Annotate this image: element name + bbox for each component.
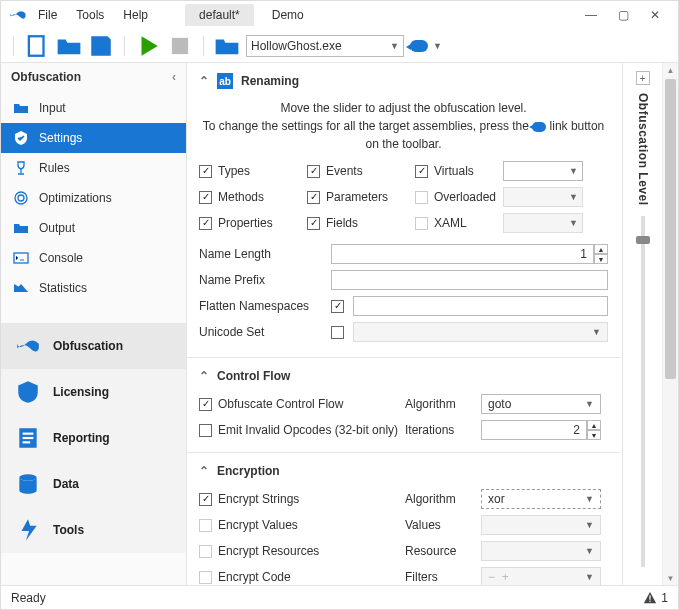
ck-emit-invalid[interactable]: Emit Invalid Opcodes (32-bit only) bbox=[199, 423, 399, 437]
name-length-label: Name Length bbox=[199, 247, 327, 261]
enc-values-select: ▼ bbox=[481, 515, 601, 535]
enc-algorithm-label: Algorithm bbox=[405, 492, 475, 506]
window-close[interactable]: ✕ bbox=[640, 4, 670, 26]
save-button[interactable] bbox=[88, 33, 114, 59]
ck-encrypt-resources[interactable]: Encrypt Resources bbox=[199, 544, 399, 558]
dropdown-icon: ▼ bbox=[433, 41, 442, 51]
enc-algorithm-select[interactable]: xor▼ bbox=[481, 489, 601, 509]
renaming-header[interactable]: ⌃ ab Renaming bbox=[199, 69, 608, 93]
nav-rules[interactable]: Rules bbox=[1, 153, 186, 183]
xaml-select: ▼ bbox=[503, 213, 583, 233]
feature-obfuscation[interactable]: Obfuscation bbox=[1, 323, 186, 369]
unicode-select: ▼ bbox=[353, 322, 608, 342]
tools-icon bbox=[15, 517, 41, 543]
output-icon bbox=[13, 220, 29, 236]
ck-encrypt-code[interactable]: Encrypt Code bbox=[199, 570, 399, 584]
menu-tools[interactable]: Tools bbox=[68, 4, 112, 26]
obfuscation-icon bbox=[15, 333, 41, 359]
link-icon bbox=[532, 122, 546, 132]
assembly-selector[interactable]: HollowGhost.exe ▼ bbox=[246, 35, 404, 57]
ck-methods[interactable]: Methods bbox=[199, 190, 307, 204]
ck-obf-flow[interactable]: Obfuscate Control Flow bbox=[199, 397, 399, 411]
slider-plus[interactable]: + bbox=[636, 71, 650, 85]
expand-icon: ⌃ bbox=[199, 369, 209, 383]
iterations-input[interactable]: 2 ▲▼ bbox=[481, 420, 601, 440]
svg-rect-7 bbox=[23, 437, 34, 439]
menu-help[interactable]: Help bbox=[115, 4, 156, 26]
tab-demo[interactable]: Demo bbox=[258, 4, 318, 26]
ck-xaml[interactable]: XAML bbox=[415, 216, 503, 230]
window-minimize[interactable]: — bbox=[576, 4, 606, 26]
feature-tools[interactable]: Tools bbox=[1, 507, 186, 553]
stop-button[interactable] bbox=[167, 33, 193, 59]
scroll-thumb[interactable] bbox=[665, 79, 676, 379]
open-button[interactable] bbox=[56, 33, 82, 59]
feature-reporting[interactable]: Reporting bbox=[1, 415, 186, 461]
nav-statistics[interactable]: Statistics bbox=[1, 273, 186, 303]
ck-flatten[interactable] bbox=[331, 300, 349, 313]
settings-icon bbox=[13, 130, 29, 146]
app-logo bbox=[9, 6, 27, 24]
iterations-label: Iterations bbox=[405, 423, 475, 437]
ck-overloaded[interactable]: Overloaded bbox=[415, 190, 503, 204]
assembly-name: HollowGhost.exe bbox=[251, 39, 342, 53]
rules-icon bbox=[13, 160, 29, 176]
link-all-button[interactable]: ▼ bbox=[410, 40, 442, 52]
new-button[interactable] bbox=[24, 33, 50, 59]
spin-up[interactable]: ▲ bbox=[594, 244, 608, 254]
svg-rect-10 bbox=[650, 595, 651, 599]
nav-optimizations[interactable]: Optimizations bbox=[1, 183, 186, 213]
ck-types[interactable]: Types bbox=[199, 164, 307, 178]
nav-console[interactable]: Console bbox=[1, 243, 186, 273]
svg-rect-11 bbox=[650, 600, 651, 601]
enc-filters-select: − +▼ bbox=[481, 567, 601, 585]
ck-events[interactable]: Events bbox=[307, 164, 415, 178]
menu-file[interactable]: File bbox=[30, 4, 65, 26]
controlflow-header[interactable]: ⌃ Control Flow bbox=[199, 364, 608, 388]
data-icon bbox=[15, 471, 41, 497]
scroll-down[interactable]: ▼ bbox=[663, 571, 678, 585]
tab-default[interactable]: default* bbox=[185, 4, 254, 26]
ck-properties[interactable]: Properties bbox=[199, 216, 307, 230]
reporting-icon bbox=[15, 425, 41, 451]
scroll-up[interactable]: ▲ bbox=[663, 63, 678, 77]
obfuscation-slider[interactable] bbox=[641, 216, 645, 567]
virtuals-select[interactable]: ▼ bbox=[503, 161, 583, 181]
window-maximize[interactable]: ▢ bbox=[608, 4, 638, 26]
ck-fields[interactable]: Fields bbox=[307, 216, 415, 230]
ck-virtuals[interactable]: Virtuals bbox=[415, 164, 503, 178]
run-button[interactable] bbox=[135, 33, 161, 59]
collapse-icon[interactable]: ‹ bbox=[172, 70, 176, 84]
enc-values-label: Values bbox=[405, 518, 475, 532]
unicode-label: Unicode Set bbox=[199, 325, 327, 339]
console-icon bbox=[13, 250, 29, 266]
feature-licensing[interactable]: Licensing bbox=[1, 369, 186, 415]
feature-data[interactable]: Data bbox=[1, 461, 186, 507]
status-warnings[interactable]: 1 bbox=[643, 591, 668, 605]
ck-encrypt-values[interactable]: Encrypt Values bbox=[199, 518, 399, 532]
spin-down[interactable]: ▼ bbox=[594, 254, 608, 264]
encryption-header[interactable]: ⌃ Encryption bbox=[199, 459, 608, 483]
nav-settings[interactable]: Settings bbox=[1, 123, 186, 153]
flatten-input[interactable] bbox=[353, 296, 608, 316]
ck-unicode[interactable] bbox=[331, 326, 349, 339]
rename-icon: ab bbox=[217, 73, 233, 89]
ck-parameters[interactable]: Parameters bbox=[307, 190, 415, 204]
svg-point-3 bbox=[15, 192, 27, 204]
nav-input[interactable]: Input bbox=[1, 93, 186, 123]
name-length-input[interactable]: 1 ▲▼ bbox=[331, 244, 608, 264]
svg-point-9 bbox=[19, 474, 36, 481]
spin-up[interactable]: ▲ bbox=[587, 420, 601, 430]
svg-rect-1 bbox=[172, 37, 188, 53]
overloaded-select: ▼ bbox=[503, 187, 583, 207]
licensing-icon bbox=[15, 379, 41, 405]
enc-filters-label: Filters bbox=[405, 570, 475, 584]
spin-down[interactable]: ▼ bbox=[587, 430, 601, 440]
cf-algorithm-select[interactable]: goto▼ bbox=[481, 394, 601, 414]
browse-button[interactable] bbox=[214, 33, 240, 59]
name-prefix-input[interactable] bbox=[331, 270, 608, 290]
expand-icon: ⌃ bbox=[199, 74, 209, 88]
nav-output[interactable]: Output bbox=[1, 213, 186, 243]
vertical-scrollbar[interactable]: ▲ ▼ bbox=[662, 63, 678, 585]
ck-encrypt-strings[interactable]: Encrypt Strings bbox=[199, 492, 399, 506]
